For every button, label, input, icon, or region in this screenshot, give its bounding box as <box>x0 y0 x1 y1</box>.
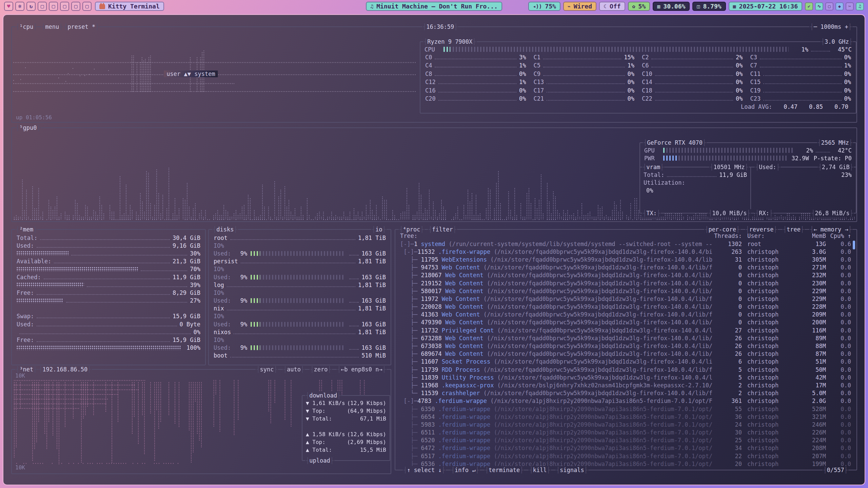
process-row[interactable]: ├─ 6520 .ferdium-wrappe (/nix/store/a1pj… <box>395 436 856 444</box>
gpu-panel-title[interactable]: ⁵gpu0 <box>15 124 41 132</box>
tray-icon[interactable]: ▢ <box>825 2 833 11</box>
col-threads[interactable]: Threads: <box>712 232 742 239</box>
workspace-button[interactable]: ▢ <box>60 2 69 11</box>
per-core-toggle[interactable]: per-core <box>704 225 740 233</box>
leader <box>66 302 187 303</box>
select-control[interactable]: ↑ select ↓ <box>403 466 446 474</box>
volume-chip[interactable]: ◂)) 75% <box>528 2 560 11</box>
filter-button[interactable]: filter <box>428 225 457 233</box>
core-label: C9 <box>534 70 540 77</box>
tray-icon[interactable]: ♫ <box>856 2 864 11</box>
process-command: ├─ 689674 Web Content (/nix/store/fqadd0… <box>400 350 712 357</box>
process-row[interactable]: ├─ 218067 Web Content (/nix/store/fqadd0… <box>395 271 856 279</box>
process-row[interactable]: ├─ 11968 .keepassxc-prox (/nix/store/bsl… <box>395 381 856 389</box>
process-row[interactable]: [-]─1 systemd (/run/current-system/syste… <box>395 240 856 248</box>
used-value: 163 GiB <box>361 274 386 281</box>
tree-prefix: └─ <box>400 390 421 396</box>
process-row[interactable]: [-]─4783 .ferdium-wrappe (/nix/store/a1p… <box>395 397 856 405</box>
workspace-button[interactable]: ▢ <box>38 2 47 11</box>
network-chip[interactable]: ⌁ Wired <box>563 2 596 11</box>
process-row[interactable]: ├─ 6350 .ferdium-wrappe (/nix/store/a1pj… <box>395 405 856 413</box>
process-row[interactable]: ├─ 220028 Web Content (/nix/store/fqadd0… <box>395 303 856 311</box>
preset-button[interactable]: preset * <box>63 23 99 31</box>
tree-toggle[interactable]: tree <box>783 225 805 233</box>
process-row[interactable]: ├─ 94753 Web Content (/nix/store/fqadd0b… <box>395 264 856 271</box>
cpu-chip[interactable]: ✿ 5% <box>628 2 650 11</box>
process-row[interactable]: ├─ 6517 .ferdium-wrappe (/nix/store/a1pj… <box>395 452 856 460</box>
tray-icon[interactable]: ✔ <box>805 2 813 11</box>
memory-panel-title[interactable]: ²mem <box>15 225 37 233</box>
workspace-button[interactable]: ▢ <box>49 2 58 11</box>
interface-selector[interactable]: ←b enp8s0 n→ <box>337 365 387 373</box>
disks-panel-title[interactable]: disks <box>212 225 238 233</box>
tray-icon[interactable]: ✂ <box>846 2 854 11</box>
sort-column-selector[interactable]: ← memory → <box>809 225 852 233</box>
process-mem: 528M <box>795 406 826 412</box>
menu-button[interactable]: menu <box>41 23 63 31</box>
process-row[interactable]: ├─ 6472 .ferdium-wrappe (/nix/store/a1pj… <box>395 444 856 452</box>
scrollbar-thumb[interactable] <box>853 241 855 249</box>
sync-toggle[interactable]: sync <box>256 365 278 373</box>
process-user: christoph <box>742 280 795 287</box>
process-row[interactable]: ├─ 5983 .ferdium-wrappe (/nix/store/a1pj… <box>395 421 856 428</box>
dnd-value: Off <box>610 3 621 10</box>
col-tree[interactable]: Tree: <box>400 232 712 239</box>
network-panel-title[interactable]: ³net <box>15 365 37 373</box>
process-row[interactable]: ├─ 41363 Web Content (/nix/store/fqadd0b… <box>395 311 856 319</box>
workspace-button[interactable]: ↻ <box>26 2 36 11</box>
auto-toggle[interactable]: auto <box>283 365 305 373</box>
disk-chip[interactable]: ◫ 8.79% <box>692 2 726 11</box>
gpu-temperature: 42°C <box>833 147 852 154</box>
process-row[interactable]: ├─ 11739 RDD Process (/nix/store/fqadd0b… <box>395 366 856 373</box>
terminate-control[interactable]: terminate <box>485 466 524 474</box>
memory-bar-fill <box>17 283 84 287</box>
col-cpu[interactable]: Cpu% ↑ <box>826 232 851 239</box>
col-mem[interactable]: MemB <box>795 232 826 239</box>
info-control[interactable]: info ↵ <box>451 466 480 474</box>
col-user[interactable]: User: <box>742 232 795 239</box>
process-row[interactable]: ├─ 673288 Web Content (/nix/store/fqadd0… <box>395 334 856 342</box>
process-row[interactable]: ├─ 11795 WebExtensions (/nix/store/fqadd… <box>395 256 856 263</box>
memory-bar-fill <box>17 267 138 271</box>
memory-chip[interactable]: ▥ 30.06% <box>653 2 690 11</box>
signals-control[interactable]: signals <box>556 466 588 474</box>
process-row[interactable]: ├─ 11972 Web Content (/nix/store/fqadd0b… <box>395 295 856 303</box>
process-row[interactable]: └─ 11539 crashhelper (/nix/store/fqadd0b… <box>395 389 856 397</box>
process-row[interactable]: ├─ 689674 Web Content (/nix/store/fqadd0… <box>395 350 856 358</box>
disk-usage-fill <box>251 251 260 256</box>
process-row[interactable]: ├─ 580017 Web Content (/nix/store/fqadd0… <box>395 287 856 295</box>
process-row[interactable]: ├─ 6654 .ferdium-wrappe (/nix/store/a1pj… <box>395 413 856 421</box>
workspace-button[interactable]: ❄ <box>15 2 24 11</box>
process-row[interactable]: ├─ 6511 .ferdium-wrappe (/nix/store/a1pj… <box>395 429 856 436</box>
music-player-chip[interactable]: ♫ Minuit Machine – Don't Run Fro... <box>366 2 502 11</box>
process-row[interactable]: ├─ 219152 Web Content (/nix/store/fqadd0… <box>395 279 856 287</box>
process-row[interactable]: ├─ 11607 Socket Process (/nix/store/fqad… <box>395 358 856 366</box>
network-panel: ³net 192.168.86.50 sync auto zero ←b enp… <box>11 369 391 474</box>
process-row[interactable]: ├─ 479390 Web Content (/nix/store/fqadd0… <box>395 319 856 326</box>
dnd-chip[interactable]: ☾ Off <box>599 2 625 11</box>
workspace-button[interactable]: ▢ <box>71 2 80 11</box>
used-label: Used: <box>214 250 231 257</box>
process-row[interactable]: ├─ 673038 Web Content (/nix/store/fqadd0… <box>395 342 856 350</box>
workspace-button[interactable]: ▢ <box>82 2 92 11</box>
tray-icon[interactable]: ∿ <box>815 2 823 11</box>
reverse-toggle[interactable]: reverse <box>745 225 778 233</box>
process-row[interactable]: [-]─11532 .firefox-wrappe (/nix/store/fq… <box>395 248 856 256</box>
io-toggle[interactable]: io <box>371 225 387 233</box>
process-row[interactable]: ├─ 11839 Utility Process (/nix/store/fqa… <box>395 373 856 381</box>
process-mem: 305M <box>795 256 826 263</box>
process-name: Web Content <box>442 288 484 294</box>
update-interval-control[interactable]: ─ 1000ms + <box>809 23 852 31</box>
zero-toggle[interactable]: zero <box>310 365 332 373</box>
process-user: christoph <box>742 296 795 302</box>
workspace-button[interactable]: ♥ <box>4 2 13 11</box>
kill-control[interactable]: kill <box>529 466 551 474</box>
process-panel-title[interactable]: ⁴proc <box>399 225 425 233</box>
clock-chip[interactable]: ▦ 2025-07-22 16:36 <box>729 2 802 11</box>
cpu-panel-title[interactable]: ¹cpu <box>15 23 37 31</box>
tray-icon[interactable]: ◆ <box>835 2 844 11</box>
active-window-chip[interactable]: Kitty Terminal <box>95 2 164 11</box>
process-threads: 27 <box>712 327 742 334</box>
disk-io-row: IO% <box>209 265 391 273</box>
process-row[interactable]: ├─ 11732 Privileged Cont (/nix/store/fqa… <box>395 326 856 334</box>
